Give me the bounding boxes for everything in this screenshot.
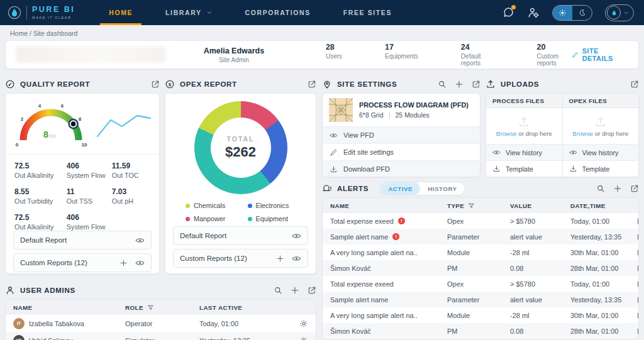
report-row-custom-reports-12-[interactable]: Custom Reports (12) (173, 249, 308, 268)
user-name: Izabella Tabakova (29, 320, 84, 327)
plus-icon[interactable] (276, 255, 284, 263)
file-dropzone[interactable]: Browse or drop here (486, 108, 562, 144)
legend-equipment: Equipment (248, 215, 308, 222)
trash-icon[interactable] (636, 264, 639, 273)
upload-column-header: PROCESS FILES (486, 94, 562, 108)
browse-link[interactable]: Browse (572, 130, 593, 137)
action-label: View history (582, 149, 619, 156)
browse-link[interactable]: Browse (496, 130, 517, 137)
svg-text:/10: /10 (49, 133, 55, 139)
gear-icon[interactable] (299, 319, 308, 328)
site-settings-header: SITE SETTINGS (322, 78, 480, 90)
alert-value: alert value (510, 296, 570, 304)
settings-action-download-pfd[interactable]: Download PFD (323, 160, 480, 177)
external-link-icon[interactable] (472, 80, 480, 89)
site-settings-section: SITE SETTINGS (322, 78, 480, 177)
warning-badge[interactable]: ! (398, 217, 405, 224)
upload-action-view-history[interactable]: View history (486, 144, 562, 160)
nav-home[interactable]: HOME (92, 0, 149, 25)
alerts-section: ALERTS ACTIVEHISTORY NAME TYPE VALUE DAT… (322, 182, 639, 339)
sun-icon[interactable] (553, 6, 572, 20)
search-icon[interactable] (596, 184, 605, 193)
tab-history[interactable]: HISTORY (420, 182, 465, 195)
divider (389, 112, 390, 118)
upload-action-template[interactable]: Template (486, 160, 562, 177)
action-label: View PFD (343, 131, 374, 139)
action-label: Template (582, 165, 610, 173)
trash-icon[interactable] (636, 327, 639, 336)
plus-icon[interactable] (613, 184, 622, 193)
upload-action-view-history[interactable]: View history (563, 144, 639, 160)
external-link-icon[interactable] (630, 184, 639, 193)
filter-icon[interactable] (147, 304, 154, 311)
report-row-default-report[interactable]: Default Report (13, 231, 152, 250)
chat-icon[interactable] (502, 6, 514, 19)
download-icon (492, 165, 501, 173)
settings-action-view-pfd[interactable]: View PFD (323, 126, 480, 143)
alert-datetime: 28th Mar, 01:00 (570, 265, 636, 272)
upload-action-template[interactable]: Template (563, 160, 639, 177)
eye-icon[interactable] (135, 236, 145, 245)
plus-icon[interactable] (119, 259, 128, 267)
external-link-icon[interactable] (308, 286, 316, 295)
filter-icon[interactable] (468, 202, 475, 209)
upload-icon (518, 116, 530, 128)
upload-column-opex-files: OPEX FILES Browse or drop here View hist… (563, 94, 639, 177)
alert-name: Sample alert name (330, 296, 388, 304)
eye-icon[interactable] (292, 254, 301, 263)
trash-icon[interactable] (636, 248, 639, 257)
metric-label: Out Alkalinity (14, 172, 67, 179)
svg-text:10: 10 (82, 142, 87, 148)
alert-value: -28 ml (510, 249, 570, 256)
report-row-default-report[interactable]: Default Report (173, 226, 308, 245)
pfd-thumbnail[interactable] (329, 98, 353, 122)
trash-icon[interactable] (636, 311, 639, 320)
account-menu[interactable] (605, 4, 634, 21)
alert-row: Total expense exeed ! Opex > $5780 Today… (323, 213, 638, 229)
site-details-button[interactable]: SITE DETAILS (572, 47, 628, 62)
nav-label: HOME (109, 9, 133, 16)
droplet-logo-icon (8, 6, 21, 19)
user-admins-section: USER ADMINS NAME ROLE LAST ACTIVE IT Iza… (5, 284, 316, 340)
breadcrumb[interactable]: Home / Site dashboard (10, 30, 77, 37)
search-icon[interactable] (438, 80, 447, 89)
col-name: NAME (13, 304, 125, 311)
nav-corporations[interactable]: CORPORATIONS (229, 0, 327, 25)
plus-icon[interactable] (455, 80, 464, 89)
nav-library[interactable]: LIBRARY (149, 0, 228, 25)
alert-value: alert value (510, 233, 570, 241)
metric-value: 406 (67, 162, 112, 170)
warning-badge[interactable]: ! (392, 233, 399, 240)
nav-label: FREE SITES (343, 9, 392, 16)
users-table-header: NAME ROLE LAST ACTIVE (6, 300, 316, 315)
gear-icon[interactable] (299, 336, 308, 340)
trash-icon[interactable] (636, 280, 639, 288)
user-settings-icon[interactable] (527, 6, 540, 19)
svg-text:4: 4 (38, 103, 42, 109)
settings-action-edit-site-settings[interactable]: Edit site settings (323, 143, 480, 160)
file-dropzone[interactable]: Browse or drop here (563, 108, 639, 144)
external-link-icon[interactable] (151, 80, 160, 89)
trash-icon[interactable] (636, 295, 639, 304)
metric-label: Out Turbidity (14, 197, 67, 205)
alert-datetime: Yesterday, 13:35 (570, 233, 636, 241)
eye-icon (569, 148, 577, 156)
external-link-icon[interactable] (630, 80, 639, 89)
alert-name: A very long sample alert na.. (330, 312, 418, 319)
theme-toggle[interactable] (552, 5, 592, 21)
brand-logo[interactable]: PURE BI MAKE IT CLEAR (0, 0, 84, 25)
external-link-icon[interactable] (308, 80, 316, 89)
report-row-custom-reports-12-[interactable]: Custom Reports (12) (13, 253, 152, 272)
eye-icon[interactable] (292, 231, 301, 241)
eye-icon[interactable] (135, 258, 145, 268)
tab-active[interactable]: ACTIVE (380, 182, 420, 195)
site-admin: Amelia Edwards Site Admin (192, 47, 275, 63)
moon-icon[interactable] (572, 6, 592, 20)
plus-icon[interactable] (291, 286, 299, 295)
metric-out-alkalinity: 72.5 Out Alkalinity (14, 162, 67, 179)
trash-icon[interactable] (636, 217, 639, 226)
trash-icon[interactable] (636, 233, 639, 241)
uploads-section: UPLOADS PROCESS FILES Browse or drop her… (486, 78, 639, 177)
search-icon[interactable] (274, 286, 282, 295)
nav-free-sites[interactable]: FREE SITES (327, 0, 408, 25)
